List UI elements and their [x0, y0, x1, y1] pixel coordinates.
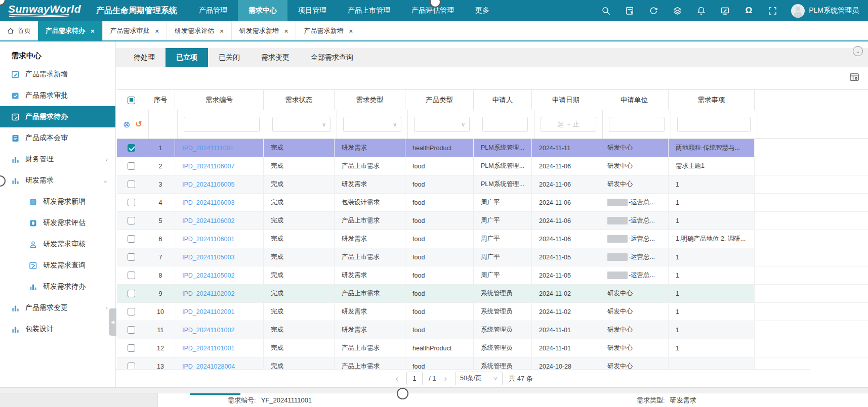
table-row-9[interactable]: 9 IPD_20241102002 完成 产品上市需求 food 系统管理员 2… — [117, 285, 868, 303]
row-checkbox[interactable] — [128, 180, 135, 188]
row-checkbox[interactable] — [128, 217, 135, 224]
sidebar-item-10[interactable]: 研发需求待办 — [0, 276, 115, 297]
sidebar-item-0[interactable]: 产品需求新增 — [0, 64, 115, 85]
refresh-icon[interactable] — [648, 6, 658, 16]
sidebar-item-7[interactable]: 研发需求评估 — [0, 212, 115, 234]
requirement-code-link[interactable]: IPD_20241101002 — [182, 327, 234, 334]
search-icon[interactable] — [601, 6, 611, 16]
window-tab-3[interactable]: 研发需求新增× — [231, 21, 296, 40]
table-row-5[interactable]: 5 IPD_20241106002 完成 产品上市需求 food 周广平 202… — [117, 212, 868, 230]
fullscreen-icon[interactable] — [767, 6, 777, 16]
table-row-11[interactable]: 11 IPD_20241101002 完成 研发需求 food 系统管理员 20… — [117, 321, 868, 339]
window-tab-0[interactable]: 产品需求待办× — [38, 21, 102, 40]
row-checkbox[interactable] — [128, 199, 135, 206]
status-tabs: 待处理已立项已关闭需求变更全部需求查询 — [116, 48, 868, 67]
table-row-8[interactable]: 8 IPD_20241105002 完成 研发需求 food 周广平 2024-… — [117, 266, 868, 285]
table-row-6[interactable]: 6 IPD_20241106001 完成 研发需求 food 周广平 2024-… — [117, 230, 868, 248]
row-checkbox[interactable] — [128, 344, 135, 352]
row-checkbox[interactable] — [128, 235, 135, 243]
close-icon[interactable]: × — [349, 27, 353, 35]
filter-select-3[interactable]: ∨ — [272, 117, 330, 132]
nav-item-1[interactable]: 需求中心 — [238, 0, 287, 21]
sidebar-item-4[interactable]: 财务管理› — [0, 149, 115, 170]
row-checkbox[interactable] — [128, 326, 135, 334]
requirement-code-link[interactable]: IPD_20241106005 — [182, 181, 234, 188]
row-checkbox[interactable] — [128, 290, 135, 297]
requirement-code-link[interactable]: IPD_20241106003 — [182, 199, 234, 206]
sidebar-item-9[interactable]: 研发需求查询 — [0, 255, 115, 276]
table-settings-icon[interactable] — [849, 72, 860, 83]
layers-icon[interactable] — [672, 6, 682, 16]
sidebar-item-11[interactable]: 产品需求变更› — [0, 297, 115, 319]
cell-type: 研发需求 — [335, 175, 405, 193]
clear-selection-icon[interactable]: ⊗ — [123, 120, 130, 129]
page-number-input[interactable]: 1 — [406, 372, 423, 385]
requirement-code-link[interactable]: IPD_20241111001 — [182, 145, 233, 152]
select-all-checkbox[interactable] — [128, 97, 135, 104]
table-row-2[interactable]: 2 IPD_20241106007 完成 产品上市需求 food PLM系统管理… — [117, 157, 868, 175]
filter-select-5[interactable]: ∨ — [414, 117, 470, 132]
close-icon[interactable]: × — [91, 27, 95, 35]
filter-input-9[interactable] — [677, 117, 751, 132]
table-row-7[interactable]: 7 IPD_20241105003 完成 产品上市需求 food 周广平 202… — [117, 248, 868, 266]
screen-edit-icon[interactable] — [720, 6, 730, 16]
row-checkbox[interactable] — [128, 162, 135, 170]
next-page-button[interactable]: › — [442, 374, 449, 384]
sidebar-item-8[interactable]: 研发需求审核 — [0, 234, 115, 255]
requirement-code-link[interactable]: IPD_20241101001 — [182, 345, 234, 352]
sidebar-item-12[interactable]: 包装设计 — [0, 319, 115, 340]
close-icon[interactable]: × — [155, 27, 159, 35]
table-row-12[interactable]: 12 IPD_20241101001 完成 产品上市需求 healthProdu… — [117, 339, 868, 357]
user-menu[interactable]: PLM系统管理员 — [791, 4, 859, 18]
page-size-select[interactable]: 50条/页 ∨ — [455, 372, 503, 385]
status-tab-4[interactable]: 全部需求查询 — [300, 48, 364, 67]
close-icon[interactable]: × — [220, 27, 224, 35]
filter-input-6[interactable] — [482, 117, 528, 132]
requirement-code-link[interactable]: IPD_20241105002 — [182, 272, 234, 279]
tabs-collapse-icon[interactable]: ⌄ — [853, 46, 863, 56]
row-checkbox[interactable] — [128, 272, 135, 279]
filter-daterange-7[interactable]: 起~止 — [541, 117, 596, 132]
table-row-1[interactable]: 1 IPD_20241111001 完成 研发需求 healthProduct … — [117, 139, 868, 157]
tab-home[interactable]: 首页 — [0, 21, 38, 40]
requirement-code-link[interactable]: IPD_20241106007 — [182, 163, 234, 170]
nav-item-2[interactable]: 项目管理 — [287, 0, 337, 21]
sidebar-item-3[interactable]: 产品成本会审 — [0, 127, 115, 149]
status-tab-0[interactable]: 待处理 — [123, 48, 166, 67]
requirement-code-link[interactable]: IPD_20241106002 — [182, 217, 234, 224]
requirement-code-link[interactable]: IPD_20241105003 — [182, 254, 234, 261]
row-checkbox[interactable] — [128, 308, 135, 315]
sidebar-item-2[interactable]: 产品需求待办 — [0, 106, 115, 127]
table-row-4[interactable]: 4 IPD_20241106003 完成 包装设计需求 food 周广平 202… — [117, 194, 868, 212]
status-tab-1[interactable]: 已立项 — [166, 48, 208, 67]
requirement-code-link[interactable]: IPD_20241102002 — [182, 290, 234, 297]
requirement-code-link[interactable]: IPD_20241106001 — [182, 236, 234, 243]
clipboard-cursor-icon[interactable] — [625, 6, 635, 16]
table-row-10[interactable]: 10 IPD_20241102001 完成 研发需求 food 系统管理员 20… — [117, 303, 868, 321]
window-tab-1[interactable]: 产品需求审批× — [102, 21, 167, 40]
reset-filter-icon[interactable]: ↺ — [135, 120, 142, 128]
window-tab-4[interactable]: 产品需求新增× — [296, 21, 360, 40]
nav-item-5[interactable]: 更多 — [465, 0, 500, 21]
close-icon[interactable]: × — [284, 27, 288, 35]
table-row-3[interactable]: 3 IPD_20241106005 完成 研发需求 food PLM系统管理..… — [117, 175, 868, 194]
row-checkbox[interactable] — [128, 253, 135, 261]
sidebar-collapse-handle[interactable]: ◀ — [109, 308, 116, 336]
requirement-code-link[interactable]: IPD_20241102001 — [182, 308, 234, 315]
status-tab-2[interactable]: 已关闭 — [208, 48, 251, 67]
filter-input-2[interactable] — [184, 117, 260, 132]
split-divider[interactable] — [0, 387, 868, 393]
row-checkbox[interactable] — [128, 144, 135, 152]
nav-item-0[interactable]: 产品管理 — [188, 0, 238, 21]
sidebar-item-5[interactable]: 研发需求⌄ — [0, 170, 115, 191]
window-tab-2[interactable]: 研发需求评估× — [167, 21, 231, 40]
filter-input-8[interactable] — [609, 117, 665, 132]
status-tab-3[interactable]: 需求变更 — [251, 48, 300, 67]
filter-select-4[interactable]: ∨ — [343, 117, 401, 132]
bell-icon[interactable] — [696, 6, 706, 16]
prev-page-button[interactable]: ‹ — [393, 374, 400, 384]
omega-icon[interactable]: Ω — [743, 6, 754, 16]
sidebar-item-1[interactable]: 产品需求审批 — [0, 85, 115, 106]
sidebar-item-6[interactable]: 研发需求新增 — [0, 191, 115, 212]
nav-item-3[interactable]: 产品上市管理 — [337, 0, 401, 21]
